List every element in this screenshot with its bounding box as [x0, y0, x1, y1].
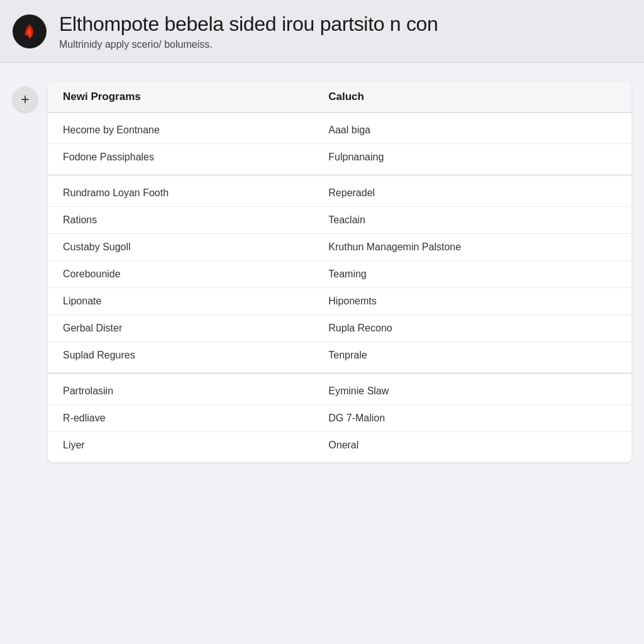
caluch-cell: Fulpnanaing: [313, 144, 631, 175]
program-cell: Fodone Passiphales: [48, 144, 313, 175]
table-row: Rundramo Loyan FoothReperadel: [48, 175, 631, 207]
program-cell: R-edliave: [48, 405, 313, 432]
program-cell: Rations: [48, 207, 313, 234]
caluch-cell: Eyminie Slaw: [313, 374, 631, 405]
table-row: LiponateHiponemts: [48, 288, 631, 315]
caluch-cell: Teaming: [313, 261, 631, 288]
page-subtitle: Multrinidy apply scerio/ bolumeiss.: [59, 39, 631, 50]
table-row: LiyerOneral: [48, 432, 631, 463]
logo: [13, 14, 47, 48]
caluch-cell: Teaclain: [313, 207, 631, 234]
table-row: Suplad ReguresTenprale: [48, 342, 631, 373]
programs-table: Newi Programs Caluch Hecome by EontnaneA…: [48, 82, 631, 462]
column-header-programs: Newi Programs: [48, 82, 313, 113]
program-cell: Hecome by Eontnane: [48, 113, 313, 144]
caluch-cell: Rupla Recono: [313, 315, 631, 342]
header-text-block: Elthompote bebela sided irou partsito n …: [59, 12, 631, 50]
caluch-cell: Aaal biga: [313, 113, 631, 144]
table-row: Fodone PassiphalesFulpnanaing: [48, 144, 631, 175]
data-table-container: Newi Programs Caluch Hecome by EontnaneA…: [48, 82, 631, 462]
table-row: CorebounideTeaming: [48, 261, 631, 288]
table-row: Hecome by EontnaneAaal biga: [48, 113, 631, 144]
table-row: RationsTeaclain: [48, 207, 631, 234]
program-cell: Liyer: [48, 432, 313, 463]
flame-icon: [18, 19, 42, 43]
program-cell: Partrolasiin: [48, 374, 313, 405]
column-header-caluch: Caluch: [313, 82, 631, 113]
table-row: Custaby SugollKruthun Managemin Palstone: [48, 234, 631, 261]
caluch-cell: DG 7-Malion: [313, 405, 631, 432]
program-cell: Gerbal Dister: [48, 315, 313, 342]
table-row: Gerbal DisterRupla Recono: [48, 315, 631, 342]
caluch-cell: Reperadel: [313, 175, 631, 207]
caluch-cell: Oneral: [313, 432, 631, 463]
program-cell: Liponate: [48, 288, 313, 315]
caluch-cell: Tenprale: [313, 342, 631, 373]
page-title: Elthompote bebela sided irou partsito n …: [59, 12, 631, 36]
table-row: R-edliaveDG 7-Malion: [48, 405, 631, 432]
add-button[interactable]: +: [13, 87, 38, 112]
program-cell: Rundramo Loyan Footh: [48, 175, 313, 207]
page-header: Elthompote bebela sided irou partsito n …: [0, 0, 644, 63]
table-row: PartrolasiinEyminie Slaw: [48, 374, 631, 405]
table-header-row: Newi Programs Caluch: [48, 82, 631, 113]
main-content: + Newi Programs Caluch Hecome by Eontnan…: [0, 63, 644, 481]
caluch-cell: Hiponemts: [313, 288, 631, 315]
program-cell: Custaby Sugoll: [48, 234, 313, 261]
caluch-cell: Kruthun Managemin Palstone: [313, 234, 631, 261]
program-cell: Corebounide: [48, 261, 313, 288]
program-cell: Suplad Regures: [48, 342, 313, 373]
